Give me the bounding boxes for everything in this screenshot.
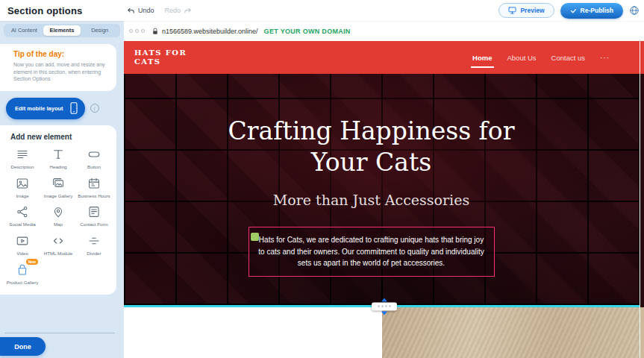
sidebar-divider	[4, 333, 115, 333]
add-element-contact-form[interactable]: Contact Form	[76, 204, 112, 227]
element-label: Map	[54, 222, 63, 227]
strip-hero-segment	[640, 74, 644, 307]
tip-of-the-day-panel: Tip of the day: Now you can add, move an…	[0, 44, 116, 91]
element-label: Button	[87, 164, 101, 170]
add-element-business-hours[interactable]: Business Hours	[76, 176, 112, 199]
edit-mobile-layout-button[interactable]: Edit mobile layout	[6, 98, 85, 119]
drag-handle-pill[interactable]	[372, 302, 397, 310]
hero-section[interactable]: Crafting Happiness for Your Cats More th…	[124, 74, 644, 305]
add-element-image-gallery[interactable]: Image Gallery	[40, 176, 76, 199]
undo-icon	[127, 7, 135, 15]
nav-item-home[interactable]: Home	[472, 54, 492, 62]
social-media-icon	[16, 204, 29, 219]
redo-button[interactable]: Redo	[165, 7, 193, 15]
add-element-button[interactable]: Button	[76, 147, 112, 170]
undo-button[interactable]: Undo	[127, 7, 154, 15]
hero-paragraph-box[interactable]: Hats for Cats, we are dedicated to craft…	[248, 227, 495, 277]
preview-label: Preview	[520, 7, 544, 14]
add-element-video[interactable]: Video	[4, 233, 40, 257]
element-label: Contact Form	[80, 222, 107, 227]
nav-item-contact-us[interactable]: Contact us	[551, 54, 585, 62]
sidebar: AI Content Elements Design Tip of the da…	[0, 21, 124, 358]
edit-mobile-layout-label: Edit mobile layout	[15, 105, 63, 112]
hero-subheading[interactable]: More than Just Accessories	[124, 192, 619, 208]
browser-bar: n1566589.websitebuilder.online/ GET YOUR…	[124, 21, 644, 41]
element-label: Heading	[49, 164, 66, 170]
description-icon	[16, 147, 29, 162]
lock-icon	[152, 28, 158, 35]
next-section	[124, 307, 644, 358]
republish-label: Re-Publish	[581, 7, 613, 14]
add-element-product-gallery[interactable]: New Product Gallery	[4, 263, 40, 286]
site-url[interactable]: n1566589.websitebuilder.online/	[162, 28, 258, 35]
app-window: Section options Undo Redo Preview Re-Pub…	[0, 0, 644, 358]
add-element-heading[interactable]: Heading	[40, 147, 76, 170]
hero-paragraph[interactable]: Hats for Cats, we are dedicated to craft…	[258, 234, 485, 269]
strip-header-segment	[640, 41, 644, 74]
history-controls: Undo Redo	[127, 0, 192, 21]
nav-more-icon[interactable]: ···	[600, 54, 610, 62]
contact-form-icon	[87, 204, 101, 219]
element-label: Divider	[87, 251, 101, 257]
element-handle-icon[interactable]	[251, 233, 259, 241]
browser-dot	[141, 29, 145, 33]
section-divider-line	[124, 305, 644, 307]
hero-heading[interactable]: Crafting Happiness for Your Cats	[207, 116, 536, 178]
get-domain-link[interactable]: GET YOUR OWN DOMAIN	[264, 28, 351, 35]
element-label: Product Gallery	[7, 280, 39, 286]
add-element-social-media[interactable]: Social Media	[4, 204, 40, 227]
strip-next-segment	[640, 307, 644, 358]
republish-button[interactable]: Re-Publish	[560, 3, 623, 19]
new-badge: New	[26, 259, 38, 265]
divider-icon	[87, 233, 101, 248]
preview-button[interactable]: Preview	[498, 3, 554, 18]
drag-dots-icon	[377, 305, 391, 308]
globe-icon[interactable]	[629, 5, 640, 16]
site-nav: Home About Us Contact us ···	[472, 54, 610, 62]
add-element-image[interactable]: Image	[4, 176, 40, 199]
redo-label: Redo	[165, 7, 181, 14]
element-grid: Description Heading Button Image Image G…	[3, 147, 113, 286]
heading-icon	[51, 147, 65, 162]
add-element-divider[interactable]: Divider	[76, 233, 112, 257]
edit-mobile-row: Edit mobile layout i	[6, 98, 124, 119]
site-logo[interactable]: Hats for Cats	[134, 48, 201, 66]
image-icon	[16, 176, 29, 191]
site-header[interactable]: Hats for Cats Home About Us Contact us ·…	[124, 41, 644, 74]
html-module-icon	[51, 233, 65, 248]
element-label: HTML Module	[44, 251, 73, 257]
image-gallery-icon	[51, 176, 65, 191]
tip-title: Tip of the day:	[13, 50, 107, 58]
info-icon[interactable]: i	[90, 104, 99, 113]
add-element-html-module[interactable]: HTML Module	[40, 233, 76, 257]
top-bar: Section options Undo Redo Preview Re-Pub…	[0, 0, 644, 21]
element-label: Business Hours	[78, 193, 110, 199]
browser-dot	[135, 29, 139, 33]
element-label: Description	[11, 164, 34, 170]
top-right-actions: Preview Re-Publish	[498, 0, 640, 21]
product-gallery-icon: New	[16, 263, 29, 277]
check-icon	[570, 7, 577, 14]
element-label: Image Gallery	[44, 193, 73, 199]
add-panel-title: Add new element	[10, 133, 113, 141]
tip-body: Now you can add, move and resize any ele…	[13, 61, 107, 83]
section-resize-handle[interactable]	[372, 298, 397, 315]
tab-ai-content[interactable]: AI Content	[5, 25, 43, 36]
browser-dot	[129, 29, 133, 33]
element-label: Image	[16, 193, 28, 199]
video-icon	[16, 233, 29, 248]
done-button[interactable]: Done	[0, 337, 46, 356]
business-hours-icon	[87, 176, 101, 191]
resize-up-arrow-icon	[381, 298, 387, 301]
button-icon	[87, 147, 101, 162]
next-section-blank	[124, 307, 382, 358]
tab-design[interactable]: Design	[81, 25, 119, 36]
resize-down-arrow-icon	[381, 311, 387, 315]
element-label: Video	[16, 251, 28, 257]
undo-label: Undo	[138, 7, 154, 14]
tab-elements[interactable]: Elements	[43, 25, 81, 36]
phone-icon	[70, 102, 78, 114]
add-element-description[interactable]: Description	[4, 147, 40, 170]
nav-item-about-us[interactable]: About Us	[507, 54, 537, 62]
add-element-map[interactable]: Map	[40, 204, 76, 227]
